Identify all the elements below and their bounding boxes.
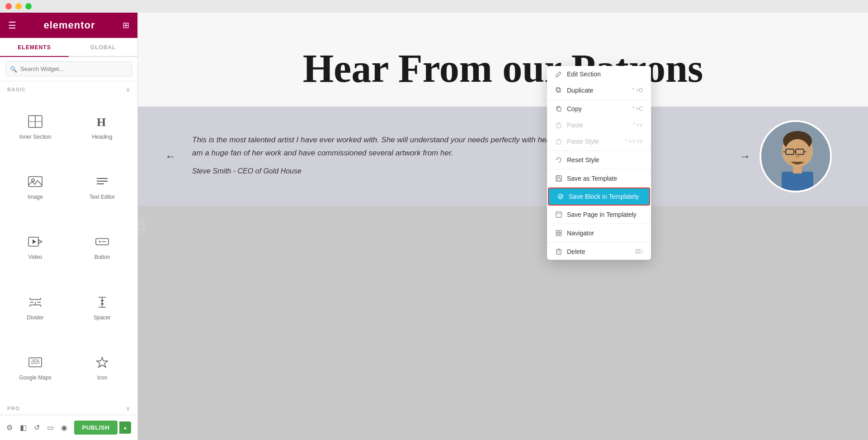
widget-inner-section[interactable]: Inner Section <box>2 98 69 158</box>
basic-section-label: BASIC <box>7 87 26 92</box>
hamburger-icon[interactable]: ☰ <box>8 20 16 31</box>
svg-marker-11 <box>33 239 36 244</box>
svg-marker-32 <box>97 357 108 367</box>
widget-icon[interactable]: Icon <box>69 338 136 398</box>
grid-icon[interactable]: ⊞ <box>123 20 129 30</box>
widget-google-maps[interactable]: Google Maps <box>2 338 69 398</box>
footer-icons: ⚙ ◧ ↺ ▭ ◉ <box>6 423 67 432</box>
svg-rect-59 <box>556 234 558 236</box>
titlebar <box>0 0 868 13</box>
widget-heading[interactable]: H Heading <box>69 98 136 158</box>
context-copy[interactable]: Copy ⌃+C <box>547 101 651 117</box>
svg-rect-46 <box>556 88 560 91</box>
hero-title: Hear From our Patrons <box>228 49 778 89</box>
inner-section-icon <box>28 115 42 130</box>
context-save-page-templately[interactable]: Save Page in Templately <box>547 206 651 223</box>
duplicate-icon <box>555 87 562 94</box>
layers-icon[interactable]: ◧ <box>20 423 27 432</box>
widget-image[interactable]: Image <box>2 158 69 218</box>
maps-icon <box>28 356 42 371</box>
widget-button[interactable]: Button <box>69 218 136 278</box>
svg-marker-10 <box>38 240 42 243</box>
widget-spacer[interactable]: Spacer <box>69 278 136 338</box>
basic-section-header: BASIC ∨ <box>0 81 137 96</box>
navigator-icon <box>555 229 562 237</box>
video-icon <box>28 235 42 250</box>
svg-rect-48 <box>557 124 561 128</box>
save-template-icon <box>555 175 562 182</box>
settings-icon[interactable]: ⚙ <box>6 423 13 432</box>
save-page-icon <box>555 211 562 218</box>
context-reset-style[interactable]: Reset Style <box>547 152 651 168</box>
context-save-template-label: Save as Template <box>567 175 617 182</box>
prev-arrow[interactable]: ← <box>165 150 176 163</box>
edit-icon <box>555 70 562 78</box>
basic-chevron-icon[interactable]: ∨ <box>126 86 130 93</box>
testimonial-text: This is the most talented artist I have … <box>192 134 599 160</box>
author-title: - CEO of Gold House <box>231 167 302 175</box>
testimonial-author: Steve Smith - CEO of Gold House <box>192 167 814 175</box>
minimize-button[interactable] <box>15 3 22 9</box>
tab-elements[interactable]: ELEMENTS <box>0 38 69 57</box>
svg-rect-61 <box>557 250 561 254</box>
context-save-block-templately[interactable]: Save Block in Templately <box>548 187 650 206</box>
svg-rect-55 <box>556 212 561 217</box>
widget-text-editor[interactable]: Text Editor <box>69 158 136 218</box>
widget-spacer-label: Spacer <box>94 314 111 321</box>
app-container: ☰ elementor ⊞ ELEMENTS GLOBAL 🔍 BASIC ∨ <box>0 13 868 440</box>
menu-divider-1 <box>547 99 651 100</box>
icon-icon <box>95 356 109 371</box>
context-navigator-label: Navigator <box>567 229 594 237</box>
context-edit-section[interactable]: Edit Section <box>547 66 651 82</box>
svg-marker-27 <box>100 302 104 304</box>
author-name: Steve Smith <box>192 167 231 175</box>
context-duplicate[interactable]: Duplicate ⌃+D <box>547 82 651 98</box>
widget-inner-section-label: Inner Section <box>19 134 52 140</box>
publish-group: PUBLISH ▲ <box>74 421 131 435</box>
canvas-area: ‹ Hear From our Patrons This is the most… <box>138 13 868 440</box>
next-arrow[interactable]: → <box>740 150 750 163</box>
pro-section-label: PRO <box>7 406 20 411</box>
svg-rect-44 <box>793 165 802 173</box>
history-icon[interactable]: ↺ <box>34 423 40 432</box>
sidebar-collapse-toggle[interactable]: ‹ <box>138 218 145 234</box>
responsive-icon[interactable]: ▭ <box>47 423 54 432</box>
widget-video[interactable]: Video <box>2 218 69 278</box>
close-button[interactable] <box>5 3 12 9</box>
svg-rect-45 <box>557 89 561 92</box>
tab-global[interactable]: GLOBAL <box>69 38 137 56</box>
menu-divider-3 <box>547 169 651 169</box>
context-menu: Edit Section Duplicate ⌃+D <box>547 66 651 260</box>
widget-image-label: Image <box>28 194 42 200</box>
widgets-grid: Inner Section H Heading <box>0 96 137 400</box>
context-reset-style-label: Reset Style <box>567 156 599 164</box>
menu-divider-2 <box>547 150 651 151</box>
hero-section: Hear From our Patrons <box>138 13 868 107</box>
paste-style-shortcut: ⌃+⇧+V <box>624 138 643 145</box>
divider-icon <box>28 296 42 311</box>
sidebar-header: ☰ elementor ⊞ <box>0 13 137 38</box>
svg-rect-57 <box>556 230 558 233</box>
pro-section-header: PRO ∨ <box>0 400 137 415</box>
svg-rect-53 <box>557 178 561 181</box>
search-bar: 🔍 <box>0 57 137 81</box>
publish-dropdown-button[interactable]: ▲ <box>119 421 131 434</box>
copy-icon <box>555 105 562 112</box>
context-delete[interactable]: Delete ⌦ <box>547 243 651 260</box>
text-editor-icon <box>95 175 109 190</box>
pro-chevron-icon[interactable]: ∨ <box>126 405 130 412</box>
widget-divider[interactable]: Divider <box>2 278 69 338</box>
eye-icon[interactable]: ◉ <box>61 423 67 432</box>
heading-icon: H <box>95 115 109 130</box>
publish-button[interactable]: PUBLISH <box>74 421 118 435</box>
maximize-button[interactable] <box>25 3 32 9</box>
svg-rect-58 <box>559 230 561 233</box>
button-icon <box>95 235 109 250</box>
svg-point-42 <box>795 154 800 158</box>
context-navigator[interactable]: Navigator <box>547 225 651 241</box>
context-save-page-label: Save Page in Templately <box>567 211 637 218</box>
paste-icon <box>555 122 562 129</box>
context-delete-label: Delete <box>567 248 585 255</box>
context-save-template[interactable]: Save as Template <box>547 170 651 187</box>
search-input[interactable] <box>5 61 132 76</box>
